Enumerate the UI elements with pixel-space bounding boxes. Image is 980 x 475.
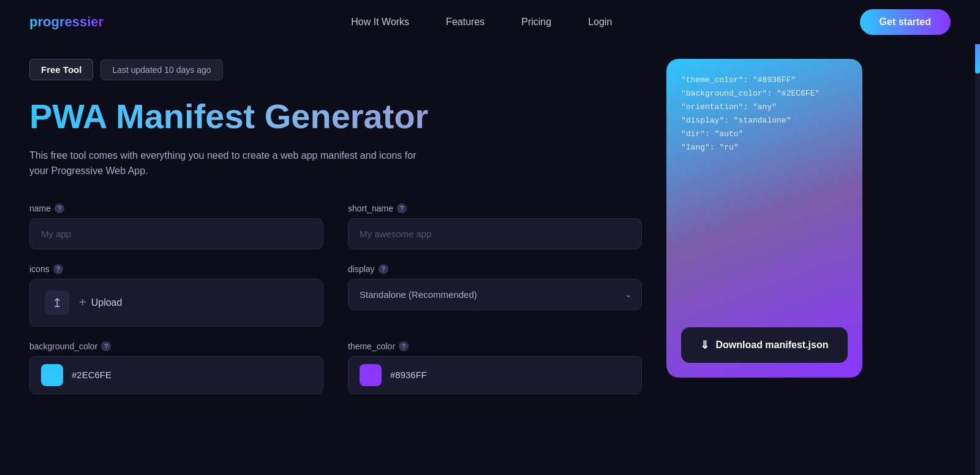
upload-arrow-icon: ↥ — [52, 295, 62, 310]
nav-pricing[interactable]: Pricing — [521, 17, 551, 27]
json-line-6: "lang": "ru" — [681, 141, 848, 154]
scrollbar-track[interactable] — [975, 0, 980, 475]
name-help-icon[interactable]: ? — [55, 203, 64, 213]
background-color-help-icon[interactable]: ? — [101, 341, 111, 351]
nav-login[interactable]: Login — [588, 17, 612, 27]
page-title: PWA Manifest Generator — [29, 97, 642, 135]
short-name-label: short_name ? — [348, 203, 642, 213]
nav-how-it-works[interactable]: How It Works — [351, 17, 409, 27]
icons-help-icon[interactable]: ? — [53, 264, 63, 274]
name-label: name ? — [29, 203, 323, 213]
background-color-field[interactable]: #2EC6FE — [29, 356, 323, 394]
theme-color-value: #8936FF — [390, 370, 427, 380]
upload-area[interactable]: ↥ + Upload — [29, 279, 323, 327]
name-field-group: name ? — [29, 203, 323, 249]
background-color-label: background_color ? — [29, 341, 323, 351]
short-name-field-group: short_name ? — [348, 203, 642, 249]
background-color-value: #2EC6FE — [72, 370, 111, 380]
upload-button[interactable]: + Upload — [79, 295, 122, 310]
navigation: progressier How It Works Features Pricin… — [0, 0, 980, 44]
json-preview: "theme_color": "#8936FF" "background_col… — [681, 74, 848, 155]
display-select-wrapper: Standalone (Recommended) ⌄ — [348, 279, 642, 310]
page-container: Free Tool Last updated 10 days ago PWA M… — [0, 59, 980, 394]
name-input[interactable] — [29, 218, 323, 249]
json-line-3: "orientation": "any" — [681, 101, 848, 114]
free-tool-badge: Free Tool — [29, 59, 93, 80]
hero-subtitle: This free tool comes with everything you… — [29, 148, 434, 179]
last-updated-badge: Last updated 10 days ago — [100, 59, 222, 80]
theme-color-swatch[interactable] — [360, 364, 382, 386]
icons-field-group: icons ? ↥ + Upload — [29, 264, 323, 327]
theme-color-field[interactable]: #8936FF — [348, 356, 642, 394]
logo[interactable]: progressier — [29, 14, 104, 30]
display-label: display ? — [348, 264, 642, 274]
display-select[interactable]: Standalone (Recommended) — [348, 279, 642, 310]
json-line-1: "theme_color": "#8936FF" — [681, 74, 848, 87]
short-name-help-icon[interactable]: ? — [397, 203, 407, 213]
left-panel: Free Tool Last updated 10 days ago PWA M… — [29, 59, 642, 394]
theme-color-label: theme_color ? — [348, 341, 642, 351]
short-name-input[interactable] — [348, 218, 642, 249]
download-icon: ⇓ — [700, 338, 709, 352]
badges: Free Tool Last updated 10 days ago — [29, 59, 642, 80]
display-help-icon[interactable]: ? — [379, 264, 388, 274]
theme-color-field-group: theme_color ? #8936FF — [348, 341, 642, 394]
plus-icon: + — [79, 295, 86, 310]
nav-features[interactable]: Features — [446, 17, 484, 27]
theme-color-help-icon[interactable]: ? — [399, 341, 409, 351]
preview-card: "theme_color": "#8936FF" "background_col… — [666, 59, 862, 378]
json-line-4: "display": "standalone" — [681, 114, 848, 127]
background-color-swatch[interactable] — [41, 364, 63, 386]
json-line-5: "dir": "auto" — [681, 127, 848, 141]
json-line-2: "background_color": "#2EC6FE" — [681, 87, 848, 101]
icons-label: icons ? — [29, 264, 323, 274]
upload-icon-box: ↥ — [45, 291, 69, 315]
download-button[interactable]: ⇓ Download manifest.json — [681, 327, 848, 363]
form-grid: name ? short_name ? icons ? — [29, 203, 642, 394]
background-color-field-group: background_color ? #2EC6FE — [29, 341, 323, 394]
right-panel: "theme_color": "#8936FF" "background_col… — [666, 59, 862, 394]
nav-links: How It Works Features Pricing Login — [351, 17, 612, 28]
display-field-group: display ? Standalone (Recommended) ⌄ — [348, 264, 642, 327]
get-started-button[interactable]: Get started — [860, 9, 951, 35]
